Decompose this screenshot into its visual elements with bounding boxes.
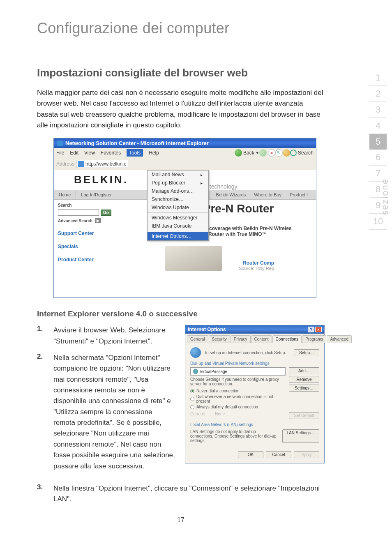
radio-icon — [190, 405, 194, 409]
dialog-help-icon[interactable]: ? — [308, 327, 314, 332]
dd-manage-addons[interactable]: Manage Add-ons… — [148, 187, 208, 195]
address-input[interactable]: http://www.belkin.c — [76, 160, 128, 168]
step-number: 3. — [37, 483, 53, 505]
dd-ibm-java-console[interactable]: IBM Java Console — [148, 222, 208, 230]
dd-mail-and-news[interactable]: Mail and News▸ — [148, 171, 208, 179]
tab-connections[interactable]: Connections — [272, 335, 302, 343]
sezione-label: sezione — [380, 178, 390, 215]
nav-where-to-buy[interactable]: Where to Buy — [250, 190, 286, 199]
dd-separator — [148, 231, 208, 231]
stop-icon[interactable]: × — [268, 149, 275, 157]
menu-file[interactable]: File — [56, 150, 64, 156]
settings-button[interactable]: Settings… — [289, 385, 319, 392]
advanced-search-link[interactable]: Advanced Search — [58, 219, 92, 223]
tab-programs[interactable]: Programs — [302, 335, 326, 343]
dd-popup-blocker[interactable]: Pop-up Blocker▸ — [148, 179, 208, 187]
back-button[interactable]: Back ▼ — [235, 149, 259, 157]
setup-text: To set up an Internet connection, click … — [204, 350, 291, 355]
radio-never-dial[interactable]: Never dial a connection — [190, 389, 286, 393]
belkin-search-label: Search — [58, 203, 144, 207]
radio-dial-when-no-net[interactable]: Dial whenever a network connection is no… — [190, 394, 286, 403]
ie-logo-icon — [57, 141, 63, 146]
nav-login[interactable]: Log In/Register — [76, 190, 117, 199]
radio-always-dial[interactable]: Always dial my default connection — [190, 405, 286, 409]
chevron-right-icon: ▸ — [201, 173, 203, 177]
section-tab-6[interactable]: 6 — [369, 150, 387, 166]
belkin-go-button[interactable]: Go — [101, 210, 111, 216]
internet-options-dialog: Internet Options ? × General Security Pr… — [185, 325, 325, 463]
nav-wizards[interactable]: Belkin Wizards — [212, 190, 250, 199]
ok-button[interactable]: OK — [238, 451, 263, 458]
arrow-right-icon[interactable]: ▶ — [95, 218, 101, 223]
belkin-logo: BELKIN. — [54, 173, 148, 186]
tab-content[interactable]: Content — [251, 335, 272, 343]
dialog-tabs: General Security Privacy Content Connect… — [185, 334, 324, 343]
ie-window-titlebar: Networking Solution Center - Microsoft I… — [54, 138, 316, 148]
step-text: Nella finestra "Opzioni Internet", clicc… — [53, 483, 325, 505]
ie-page-icon — [78, 161, 84, 167]
router-comp-text: Router Comp Source: Tolly Rep — [239, 260, 274, 271]
menu-tools[interactable]: Tools — [127, 149, 143, 157]
set-default-button: Set Default — [289, 412, 319, 419]
section-tab-1[interactable]: 1 — [369, 70, 387, 86]
address-value: http://www.belkin.c — [85, 161, 126, 167]
belkin-sidebar: Search Go Advanced Search ▶ Support Cent… — [54, 200, 148, 275]
belkin-search-input[interactable] — [58, 209, 99, 216]
nav-product[interactable]: Product I — [286, 190, 312, 199]
current-label: Current: — [190, 412, 205, 416]
choose-text: Choose Settings if you need to configure… — [190, 377, 286, 386]
section-tab-2[interactable]: 2 — [369, 86, 387, 102]
section-tab-5[interactable]: 5 — [369, 134, 387, 150]
support-center-link[interactable]: Support Center — [58, 230, 144, 236]
lan-label: Local Area Network (LAN) settings — [190, 422, 319, 427]
radio-icon — [190, 397, 194, 401]
back-icon — [235, 149, 242, 157]
nav-home[interactable]: Home — [54, 190, 76, 199]
step-number: 1. — [37, 325, 53, 347]
menu-favorites[interactable]: Favorites — [101, 150, 121, 156]
specials-link[interactable]: Specials — [58, 244, 144, 249]
dialup-label: Dial-up and Virtual Private Network sett… — [190, 361, 319, 366]
dd-synchronize[interactable]: Synchronize… — [148, 195, 208, 203]
dialup-listbox[interactable]: VirtualPassage — [190, 367, 286, 376]
cancel-button[interactable]: Cancel — [266, 451, 291, 458]
add-button[interactable]: Add… — [289, 367, 319, 374]
radio-icon — [190, 389, 194, 393]
menu-view[interactable]: View — [84, 150, 95, 156]
dialog-titlebar: Internet Options ? × — [185, 325, 324, 334]
remove-button[interactable]: Remove — [289, 376, 319, 383]
search-button[interactable]: Search — [290, 150, 314, 156]
dd-windows-messenger[interactable]: Windows Messenger — [148, 214, 208, 222]
dd-internet-options[interactable]: Internet Options… — [148, 232, 208, 240]
search-icon — [290, 150, 297, 156]
home-icon[interactable] — [283, 149, 290, 157]
menu-help[interactable]: Help — [149, 150, 159, 156]
dd-windows-update[interactable]: Windows Update — [148, 203, 208, 212]
section-tab-10[interactable]: 10 — [369, 214, 387, 230]
forward-icon[interactable] — [259, 149, 267, 157]
lan-settings-button[interactable]: LAN Settings… — [282, 429, 319, 443]
current-value: None — [215, 412, 225, 416]
tab-advanced[interactable]: Advanced — [327, 335, 351, 343]
page-number: 17 — [37, 516, 325, 524]
section-tab-3[interactable]: 3 — [369, 102, 387, 118]
ie-screenshot: Networking Solution Center - Microsoft I… — [53, 138, 316, 298]
tab-security[interactable]: Security — [209, 335, 230, 343]
tools-dropdown: Mail and News▸ Pop-up Blocker▸ Manage Ad… — [147, 170, 209, 241]
setup-button[interactable]: Setup… — [294, 349, 319, 356]
tab-general[interactable]: General — [187, 335, 208, 343]
refresh-icon[interactable]: ↻ — [275, 149, 283, 157]
intro-text: Nella maggior parte dei casi non è neces… — [37, 88, 325, 131]
lan-text: LAN Settings do not apply to dial-up con… — [190, 429, 279, 443]
product-center-link[interactable]: Product Center — [58, 257, 144, 263]
tab-privacy[interactable]: Privacy — [231, 335, 251, 343]
dd-separator — [148, 212, 208, 213]
menu-edit[interactable]: Edit — [70, 150, 78, 156]
section-tab-4[interactable]: 4 — [369, 118, 387, 134]
apply-button: Apply — [294, 451, 319, 458]
page-title: Configurazione dei computer — [37, 20, 392, 37]
dialog-title: Internet Options — [188, 327, 226, 332]
ie-address-bar: Address http://www.belkin.c — [54, 158, 316, 170]
search-label: Search — [298, 150, 314, 156]
dialog-close-icon[interactable]: × — [315, 327, 322, 332]
